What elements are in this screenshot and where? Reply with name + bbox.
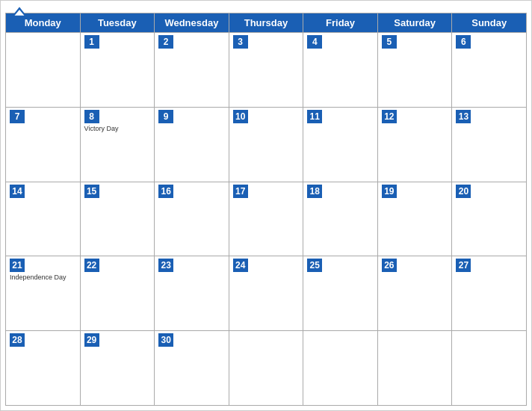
- week-row-1: 78Victory Day910111213: [6, 108, 527, 182]
- day-number: 6: [456, 35, 471, 49]
- day-number: 4: [307, 35, 322, 49]
- day-number: [10, 35, 25, 49]
- day-cell: 9: [155, 108, 229, 182]
- day-number: [307, 333, 322, 347]
- day-cell: [6, 33, 81, 108]
- day-number: 14: [10, 185, 25, 198]
- day-cell: 25: [303, 256, 378, 331]
- day-cell: 17: [229, 182, 304, 257]
- week-row-3: 21Independence Day222324252627: [6, 256, 527, 331]
- day-cell: 4: [303, 33, 378, 108]
- day-number: 15: [84, 185, 99, 198]
- weeks: 12345678Victory Day910111213141516171819…: [6, 33, 527, 406]
- day-header-monday: Monday: [6, 13, 81, 33]
- day-cell: 6: [452, 33, 527, 108]
- day-number: 5: [382, 35, 397, 49]
- day-number: 11: [307, 110, 322, 123]
- day-cell: 30: [155, 331, 229, 406]
- week-row-0: 123456: [6, 33, 527, 108]
- day-number: 8: [84, 110, 99, 123]
- day-cell: [452, 331, 527, 406]
- day-cell: 29: [81, 331, 155, 406]
- day-number: 18: [307, 185, 322, 198]
- day-cell: 2: [155, 33, 229, 108]
- day-number: 3: [233, 35, 248, 49]
- holiday-label: Independence Day: [10, 274, 76, 282]
- day-cell: 21Independence Day: [6, 256, 81, 331]
- day-number: 22: [84, 259, 99, 272]
- day-number: 12: [382, 110, 397, 123]
- day-number: [382, 333, 397, 347]
- day-header-tuesday: Tuesday: [81, 13, 155, 33]
- day-number: 20: [456, 185, 471, 198]
- week-row-4: 282930: [6, 331, 527, 406]
- day-cell: 12: [378, 108, 453, 182]
- day-cell: 26: [378, 256, 453, 331]
- week-row-2: 14151617181920: [6, 182, 527, 257]
- day-cell: 15: [81, 182, 155, 257]
- day-cell: 18: [303, 182, 378, 257]
- day-number: 7: [10, 110, 25, 123]
- day-number: 21: [10, 259, 25, 272]
- day-header-wednesday: Wednesday: [155, 13, 229, 33]
- day-headers: MondayTuesdayWednesdayThursdayFridaySatu…: [6, 13, 527, 33]
- day-cell: 27: [452, 256, 527, 331]
- day-header-saturday: Saturday: [378, 13, 453, 33]
- day-cell: 22: [81, 256, 155, 331]
- day-cell: [303, 331, 378, 406]
- day-cell: 8Victory Day: [81, 108, 155, 182]
- holiday-label: Victory Day: [84, 125, 151, 133]
- day-number: 16: [158, 185, 173, 198]
- day-header-sunday: Sunday: [452, 13, 527, 33]
- calendar-header: [1, 1, 531, 13]
- day-cell: 11: [303, 108, 378, 182]
- day-cell: [229, 331, 304, 406]
- day-number: 24: [233, 259, 248, 272]
- day-number: 29: [84, 333, 99, 347]
- day-cell: 14: [6, 182, 81, 257]
- day-number: 1: [84, 35, 99, 49]
- day-number: 27: [456, 259, 471, 272]
- day-number: 17: [233, 185, 248, 198]
- day-number: [456, 333, 471, 347]
- day-cell: 19: [378, 182, 453, 257]
- day-cell: 5: [378, 33, 453, 108]
- day-cell: 1: [81, 33, 155, 108]
- logo-icon: [13, 7, 26, 16]
- day-number: 26: [382, 259, 397, 272]
- day-number: 30: [158, 333, 173, 347]
- day-cell: 23: [155, 256, 229, 331]
- day-number: 13: [456, 110, 471, 123]
- day-cell: 24: [229, 256, 304, 331]
- day-number: 19: [382, 185, 397, 198]
- day-cell: 13: [452, 108, 527, 182]
- day-number: [233, 333, 248, 347]
- day-number: 25: [307, 259, 322, 272]
- day-number: 28: [10, 333, 25, 347]
- day-header-thursday: Thursday: [229, 13, 304, 33]
- day-cell: 20: [452, 182, 527, 257]
- day-cell: [378, 331, 453, 406]
- calendar-wrapper: MondayTuesdayWednesdayThursdayFridaySatu…: [0, 0, 532, 411]
- day-cell: 7: [6, 108, 81, 182]
- logo: [13, 7, 26, 16]
- day-number: 9: [158, 110, 173, 123]
- day-number: 2: [158, 35, 173, 49]
- day-header-friday: Friday: [303, 13, 378, 33]
- day-cell: 10: [229, 108, 304, 182]
- day-cell: 16: [155, 182, 229, 257]
- day-number: 23: [158, 259, 173, 272]
- day-number: 10: [233, 110, 248, 123]
- calendar-grid: MondayTuesdayWednesdayThursdayFridaySatu…: [5, 13, 527, 406]
- day-cell: 3: [229, 33, 304, 108]
- day-cell: 28: [6, 331, 81, 406]
